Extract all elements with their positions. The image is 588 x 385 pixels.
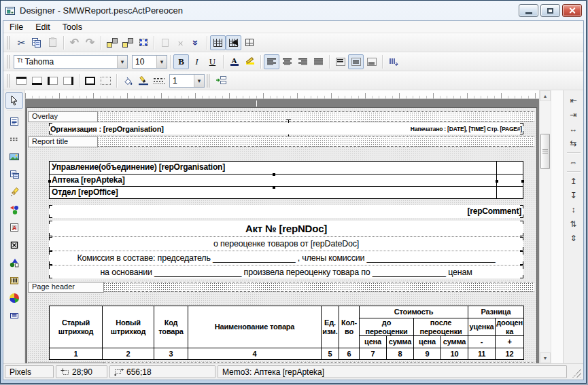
- highlight-button[interactable]: [242, 54, 258, 69]
- undo-button[interactable]: [67, 35, 82, 50]
- col-header-sum[interactable]: сумма: [387, 336, 414, 348]
- space-equally-vertical-button[interactable]: ⇅: [566, 217, 582, 231]
- report-table-header[interactable]: Старый штрихкод Новый штрихкод Код товар…: [49, 306, 524, 360]
- frame-all-button[interactable]: [82, 73, 98, 88]
- col-header-plus[interactable]: +: [496, 336, 524, 348]
- scrollbar-thumb[interactable]: [540, 134, 550, 169]
- copy-button[interactable]: [29, 35, 45, 50]
- center-in-band-vertical-button[interactable]: ⇕: [566, 231, 582, 245]
- draw-object-button[interactable]: [5, 184, 23, 200]
- subreport-object-button[interactable]: [5, 166, 23, 183]
- align-center-button[interactable]: [279, 54, 295, 69]
- frame-none-button[interactable]: [98, 73, 114, 88]
- chart-object-button[interactable]: [5, 290, 23, 306]
- center-horizontally-button[interactable]: ↔: [566, 122, 582, 136]
- band-overlay[interactable]: Overlay: [28, 111, 536, 122]
- rotate-text-button[interactable]: [385, 54, 401, 69]
- col-header[interactable]: Ед. изм.: [322, 306, 339, 348]
- close-button[interactable]: [562, 4, 582, 17]
- memo-organisation[interactable]: Организация : [repOrganisation] Напечата…: [49, 123, 523, 134]
- show-grid-button[interactable]: [210, 35, 226, 50]
- band-page-header-tab[interactable]: Page header: [28, 282, 104, 293]
- font-size-combo[interactable]: 10: [132, 55, 167, 69]
- line-width-combo[interactable]: 1: [169, 74, 205, 88]
- memo-object-button[interactable]: [5, 308, 23, 324]
- memo-act-subtitle[interactable]: о переоценке товаров от [repDateDoc]: [49, 236, 523, 251]
- paste-button[interactable]: [45, 35, 60, 50]
- valign-top-button[interactable]: [332, 54, 348, 69]
- toolbar-grip[interactable]: [7, 74, 10, 88]
- align-tops-button[interactable]: ↥: [566, 174, 582, 188]
- object-bounds-button[interactable]: [135, 35, 151, 50]
- col-header[interactable]: Кол-во: [339, 306, 360, 348]
- col-header-diff[interactable]: Разница: [468, 306, 524, 318]
- col-header[interactable]: Код товара: [154, 306, 188, 348]
- toolbar-grip[interactable]: [207, 74, 210, 88]
- col-number[interactable]: 11: [468, 348, 496, 360]
- cut-button[interactable]: [14, 35, 29, 50]
- col-header-markup[interactable]: дооценка: [496, 318, 524, 336]
- col-header[interactable]: Старый штрихкод: [50, 306, 103, 348]
- align-left-button[interactable]: [264, 54, 279, 69]
- richtext-object-button[interactable]: A: [5, 219, 23, 236]
- org-row-selected[interactable]: Аптека [repApteka]: [50, 174, 523, 186]
- align-bottoms-button[interactable]: ↧: [566, 188, 582, 202]
- col-number[interactable]: 12: [496, 348, 524, 360]
- band-master-data[interactable]: Master data: [28, 362, 536, 363]
- selection-handle[interactable]: [273, 186, 275, 189]
- fill-color-button[interactable]: [120, 73, 135, 88]
- col-header-after[interactable]: после переоценки: [414, 318, 468, 336]
- menu-edit[interactable]: Edit: [29, 22, 56, 33]
- underline-button[interactable]: U: [205, 54, 220, 69]
- insert-band-button[interactable]: [157, 35, 173, 50]
- scroll-up-button[interactable]: [540, 90, 551, 101]
- toolbar-grip[interactable]: [7, 55, 10, 69]
- line-color-button[interactable]: [135, 73, 151, 88]
- maximize-button[interactable]: [540, 4, 560, 17]
- org-row[interactable]: Отдел [repOffice]: [50, 186, 523, 198]
- picture-object-button[interactable]: [5, 149, 23, 165]
- col-number[interactable]: 6: [339, 348, 360, 360]
- minimize-button[interactable]: [519, 4, 538, 17]
- toolbar-grip[interactable]: [7, 36, 10, 50]
- valign-bottom-button[interactable]: [364, 54, 379, 69]
- fields-list-button[interactable]: [213, 73, 229, 88]
- col-header-minus[interactable]: -: [468, 336, 496, 348]
- col-number[interactable]: 4: [188, 348, 322, 360]
- barcode-object-button[interactable]: [5, 272, 23, 289]
- col-number[interactable]: 3: [154, 348, 188, 360]
- collapse-bands-button[interactable]: [188, 35, 204, 50]
- frame-top-button[interactable]: [14, 73, 29, 88]
- bold-button[interactable]: B: [173, 54, 189, 69]
- band-page-header[interactable]: Page header: [28, 282, 536, 293]
- selection-handle[interactable]: [273, 173, 275, 176]
- col-number[interactable]: 2: [103, 348, 154, 360]
- report-page[interactable]: Overlay Организация : [repOrganisation] …: [27, 107, 537, 363]
- space-equally-horizontal-button[interactable]: ⇆: [566, 136, 582, 150]
- org-row[interactable]: Управление(объединение) [repOrganisation…: [50, 162, 523, 174]
- col-number[interactable]: 1: [50, 348, 103, 360]
- col-header[interactable]: Новый штрихкод: [103, 306, 154, 348]
- col-header-sum[interactable]: сумма: [441, 336, 468, 348]
- col-header-before[interactable]: до переоценки: [360, 318, 414, 336]
- band-object-button[interactable]: [5, 131, 23, 147]
- send-to-back-button[interactable]: [120, 35, 135, 50]
- memo-commission[interactable]: Комиссия в составе: председатель _______…: [49, 251, 523, 265]
- col-header-price[interactable]: цена: [414, 336, 441, 348]
- memo-comment[interactable]: [repComment]: [49, 205, 523, 218]
- dropdown-arrow-icon[interactable]: [156, 56, 167, 68]
- col-number[interactable]: 7: [360, 348, 387, 360]
- valign-middle-button[interactable]: [348, 54, 364, 69]
- col-header-markdown[interactable]: уценка: [468, 318, 496, 336]
- dropdown-arrow-icon[interactable]: [194, 75, 204, 87]
- delete-object-button[interactable]: [173, 35, 188, 50]
- col-number[interactable]: 8: [387, 348, 414, 360]
- menu-tools[interactable]: Tools: [56, 22, 88, 33]
- band-overlay-tab[interactable]: Overlay: [28, 111, 98, 122]
- col-header[interactable]: Наименование товара: [188, 306, 322, 348]
- vertical-scrollbar[interactable]: [539, 90, 551, 363]
- align-justify-button[interactable]: [311, 54, 326, 69]
- band-report-title[interactable]: Report title: [28, 136, 536, 147]
- scrollbar-track[interactable]: [540, 101, 551, 352]
- org-header-table[interactable]: Управление(объединение) [repOrganisation…: [49, 161, 523, 199]
